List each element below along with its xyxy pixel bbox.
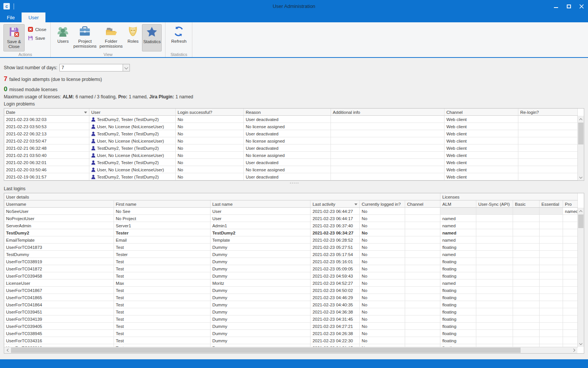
lpcol-header[interactable]: Re-login? [518, 109, 578, 115]
scroll-left-button[interactable] [4, 347, 11, 353]
llcol-header[interactable]: Essential [540, 200, 563, 207]
table-row[interactable]: UserForTC039451TestDummy2021-02-23 04:36… [4, 308, 578, 315]
scrollbar-thumb[interactable] [578, 123, 583, 144]
table-cell [513, 258, 540, 265]
close-button[interactable]: Close [27, 26, 47, 33]
scrollbar-thumb[interactable] [11, 348, 521, 353]
table-row[interactable]: UserForTC039405TestDummy2021-02-23 04:27… [4, 323, 578, 330]
table-row[interactable]: 2021-02-21 03:50:40User, No License (NoL… [4, 152, 578, 159]
lpcol-header[interactable]: Reason [244, 109, 331, 115]
minimize-button[interactable] [549, 0, 562, 12]
days-combobox[interactable]: 7 [59, 64, 130, 71]
table-row[interactable]: EmailTemplateEmailTemplate2021-02-23 06:… [4, 236, 578, 244]
table-row[interactable]: UserForTC041872TestDummy2021-02-23 05:09… [4, 265, 578, 272]
table-row[interactable]: UserForTC041873TestDummy2021-02-23 05:27… [4, 244, 578, 251]
statistics-button[interactable]: Statistics [142, 24, 162, 51]
cell-text: No [362, 245, 367, 250]
lpcol-header[interactable]: Login successful? [176, 109, 244, 115]
tab-user[interactable]: User [22, 12, 45, 22]
table-cell [405, 215, 440, 222]
save-and-close-button[interactable]: Save & Close [3, 24, 25, 51]
table-row[interactable]: UserForTC041867TestDummy2021-02-23 04:50… [4, 287, 578, 294]
cell-text: named [442, 281, 455, 286]
save-button[interactable]: Save [27, 35, 47, 41]
table-row[interactable]: 2021-02-19 06:31:57TestDumy2, Tester (Te… [4, 173, 578, 180]
project-permissions-button[interactable]: Project permissions [72, 24, 97, 51]
scroll-down-button[interactable] [578, 340, 584, 347]
cell-text: 2021-02-23 06:28:52 [312, 238, 353, 242]
llcol-header[interactable]: User-Sync (API) [476, 200, 513, 207]
last-logins-header: UsernameFirst nameLast nameLast activity… [4, 200, 578, 208]
lpcol-header[interactable]: Date [4, 109, 89, 115]
table-row[interactable]: UserForTC038919TestDummy2021-02-23 05:16… [4, 258, 578, 265]
splitter-handle[interactable] [4, 182, 584, 185]
refresh-button[interactable]: Refresh [169, 24, 189, 51]
lpcol-header[interactable]: Additional info [331, 109, 445, 115]
llcol-header[interactable]: Last name [211, 200, 311, 207]
last-logins-hscrollbar[interactable] [4, 347, 577, 353]
table-row[interactable]: UserForTC034316TestDummy2021-02-23 04:22… [4, 337, 578, 344]
table-row[interactable]: UserForTC039458TestDummy2021-02-23 04:59… [4, 272, 578, 279]
last-logins-vscrollbar[interactable] [577, 208, 584, 347]
cell-text: 2021-02-23 03:50:53 [6, 124, 47, 129]
table-row[interactable]: 2021-02-23 03:50:53User, No License (NoL… [4, 123, 578, 130]
cell-text: 2021-02-23 06:37:40 [312, 224, 353, 228]
table-row[interactable]: UserForTC034139TestDummy2021-02-23 04:31… [4, 315, 578, 323]
table-row[interactable]: ServerAdminServer1Admin12021-02-23 06:37… [4, 222, 578, 229]
llcol-header[interactable]: Currently logged in? [360, 200, 405, 207]
table-row[interactable]: 2021-02-22 03:50:47User, No License (NoL… [4, 137, 578, 144]
table-row[interactable]: 2021-02-20 06:32:01TestDumy2, Tester (Te… [4, 159, 578, 166]
scroll-right-button[interactable] [571, 347, 577, 353]
table-row[interactable]: NoProjectUserNo ProjectUser2021-02-23 06… [4, 215, 578, 222]
table-cell [518, 144, 578, 151]
table-cell: No Project [114, 215, 211, 222]
table-row[interactable]: 2021-02-20 03:50:46User, No License (NoL… [4, 166, 578, 173]
table-row[interactable]: TestDumy2TesterTestDumy22021-02-23 06:34… [4, 229, 578, 236]
scrollbar-thumb[interactable] [578, 214, 583, 228]
table-cell: named [440, 279, 476, 286]
table-cell: UserForTC041873 [4, 244, 114, 250]
table-row[interactable]: 2021-02-23 06:32:03TestDumy2, Tester (Te… [4, 116, 578, 123]
table-cell [476, 222, 513, 229]
llcol-header[interactable]: First name [114, 200, 211, 207]
scroll-up-button[interactable] [578, 116, 584, 122]
table-row[interactable]: LicenseUserMaxMoritz2021-02-23 04:52:27N… [4, 279, 578, 287]
scroll-up-button[interactable] [578, 208, 584, 214]
table-row[interactable]: UserForTC038945TestDummy2021-02-23 04:26… [4, 330, 578, 337]
scroll-down-button[interactable] [578, 174, 584, 180]
table-cell [563, 251, 578, 258]
cell-text: Dummy [212, 245, 228, 250]
login-problems-vscrollbar[interactable] [577, 116, 584, 180]
cell-text: Web client [446, 175, 466, 179]
table-row[interactable]: UserForTC041864TestDummy2021-02-23 04:40… [4, 301, 578, 308]
table-row[interactable]: TestDummyTesterDummy2021-02-23 05:17:54N… [4, 251, 578, 258]
llcol-header[interactable]: Username [4, 200, 114, 207]
llcol-header[interactable]: Pro [563, 200, 578, 207]
lpcol-header[interactable]: Channel [445, 109, 518, 115]
cell-text: 2021-02-23 05:09:05 [312, 267, 353, 271]
roles-button[interactable]: Roles [125, 24, 141, 51]
cell-text: named [442, 216, 455, 221]
llcol-header[interactable]: Basic [513, 200, 540, 207]
lpcol-header[interactable]: User [89, 109, 176, 115]
folder-permissions-button[interactable]: Folder permissions [98, 24, 124, 51]
llcol-header[interactable]: ALM [440, 200, 476, 207]
table-row[interactable]: UserForTC041865TestDummy2021-02-23 04:46… [4, 294, 578, 301]
close-window-button[interactable] [575, 0, 588, 12]
llcol-header[interactable]: Channel [405, 200, 440, 207]
table-cell: 2021-02-21 03:50:40 [4, 152, 89, 158]
maximize-button[interactable] [562, 0, 575, 12]
column-header-label: Reason [246, 110, 261, 115]
users-button[interactable]: Users [54, 24, 72, 51]
cell-text: User [212, 209, 221, 214]
table-row[interactable]: 2021-02-21 06:32:48TestDumy2, Tester (Te… [4, 144, 578, 152]
tab-file[interactable]: File [0, 12, 22, 22]
last-logins-title: Last logins [4, 186, 25, 191]
table-row[interactable]: 2021-02-22 06:32:13TestDumy2, Tester (Te… [4, 130, 578, 137]
table-cell [476, 315, 513, 322]
combobox-dropdown-button[interactable] [123, 64, 129, 71]
table-row[interactable]: NoSeeUserNo SeeUser2021-02-23 06:44:27No… [4, 208, 578, 215]
alm-value: 6 named / 3 floating, [75, 94, 117, 99]
llcol-header[interactable]: Last activity [310, 200, 360, 207]
save-close-icon [8, 26, 20, 38]
